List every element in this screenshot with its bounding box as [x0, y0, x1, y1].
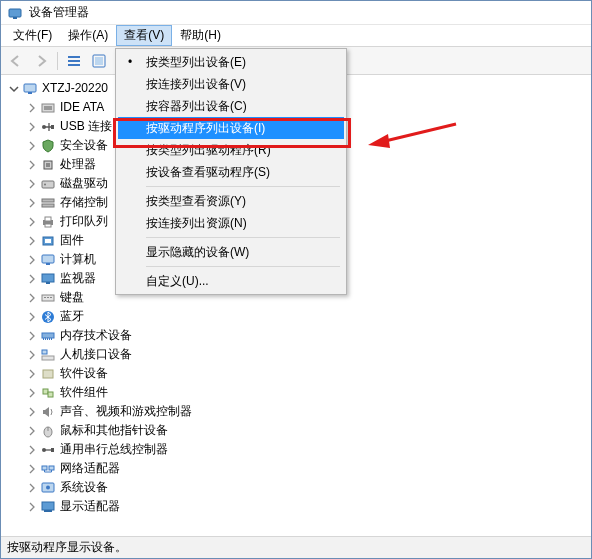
- expander-closed-icon[interactable]: [25, 443, 39, 457]
- expander-closed-icon[interactable]: [25, 272, 39, 286]
- expander-open-icon[interactable]: [7, 82, 21, 96]
- device-manager-window: 设备管理器 文件(F) 操作(A) 查看(V) 帮助(H) ?: [0, 0, 592, 559]
- menuitem-devices-by-connection[interactable]: 按连接列出设备(V): [118, 73, 344, 95]
- security-icon: [40, 138, 56, 154]
- tree-item[interactable]: 声音、视频和游戏控制器: [3, 402, 589, 421]
- expander-closed-icon[interactable]: [25, 348, 39, 362]
- menu-separator: [146, 266, 340, 267]
- menuitem-devices-by-driver[interactable]: 按驱动程序列出设备(I): [118, 117, 344, 139]
- svg-rect-12: [44, 106, 52, 110]
- tree-item-label: 磁盘驱动: [60, 174, 108, 193]
- svg-rect-38: [47, 338, 48, 340]
- tree-item-label: 网络适配器: [60, 459, 120, 478]
- tree-item[interactable]: 网络适配器: [3, 459, 589, 478]
- tree-item-label: IDE ATA: [60, 98, 104, 117]
- network-icon: [40, 461, 56, 477]
- tree-item[interactable]: 软件设备: [3, 364, 589, 383]
- tree-item[interactable]: 显示适配器: [3, 497, 589, 516]
- expander-closed-icon[interactable]: [25, 386, 39, 400]
- expander-closed-icon[interactable]: [25, 120, 39, 134]
- tree-item-label: 固件: [60, 231, 84, 250]
- svg-rect-9: [24, 84, 36, 92]
- menuitem-resources-by-type[interactable]: 按类型查看资源(Y): [118, 190, 344, 212]
- component-icon: [40, 385, 56, 401]
- tree-item[interactable]: 内存技术设备: [3, 326, 589, 345]
- menu-separator: [146, 237, 340, 238]
- firmware-icon: [40, 233, 56, 249]
- expander-closed-icon[interactable]: [25, 158, 39, 172]
- menuitem-show-hidden[interactable]: 显示隐藏的设备(W): [118, 241, 344, 263]
- menuitem-resources-by-connection[interactable]: 按连接列出资源(N): [118, 212, 344, 234]
- expander-closed-icon[interactable]: [25, 291, 39, 305]
- menu-file[interactable]: 文件(F): [5, 25, 60, 46]
- expander-closed-icon[interactable]: [25, 367, 39, 381]
- svg-rect-0: [9, 9, 21, 17]
- menu-help[interactable]: 帮助(H): [172, 25, 229, 46]
- svg-rect-27: [46, 263, 50, 265]
- menuitem-devices-by-container[interactable]: 按容器列出设备(C): [118, 95, 344, 117]
- menuitem-label: 按类型列出设备(E): [146, 54, 246, 71]
- menuitem-customize[interactable]: 自定义(U)...: [118, 270, 344, 292]
- expander-closed-icon[interactable]: [25, 405, 39, 419]
- svg-rect-49: [51, 448, 54, 452]
- svg-rect-22: [45, 217, 51, 221]
- menuitem-devices-by-type[interactable]: •按类型列出设备(E): [118, 51, 344, 73]
- svg-rect-41: [42, 350, 47, 354]
- expander-closed-icon[interactable]: [25, 310, 39, 324]
- refresh-button[interactable]: [88, 50, 110, 72]
- storage-ctrl-icon: [40, 195, 56, 211]
- computer-icon: [22, 81, 38, 97]
- display-icon: [40, 499, 56, 515]
- svg-rect-51: [49, 466, 54, 470]
- expander-closed-icon[interactable]: [25, 234, 39, 248]
- menu-action[interactable]: 操作(A): [60, 25, 116, 46]
- svg-rect-35: [42, 333, 54, 338]
- expander-closed-icon[interactable]: [25, 253, 39, 267]
- expander-closed-icon[interactable]: [25, 101, 39, 115]
- svg-rect-39: [49, 338, 50, 340]
- tree-item[interactable]: 蓝牙: [3, 307, 589, 326]
- tree-item[interactable]: 软件组件: [3, 383, 589, 402]
- svg-rect-36: [43, 338, 44, 340]
- menuitem-drivers-by-type[interactable]: 按类型列出驱动程序(R): [118, 139, 344, 161]
- nav-forward-button[interactable]: [30, 50, 52, 72]
- menuitem-label: 按容器列出设备(C): [146, 98, 247, 115]
- expander-closed-icon[interactable]: [25, 462, 39, 476]
- expander-closed-icon[interactable]: [25, 196, 39, 210]
- svg-rect-26: [42, 255, 54, 263]
- system-icon: [40, 480, 56, 496]
- view-dropdown: •按类型列出设备(E) 按连接列出设备(V) 按容器列出设备(C) 按驱动程序列…: [115, 48, 347, 295]
- expander-closed-icon[interactable]: [25, 329, 39, 343]
- detail-view-button[interactable]: [63, 50, 85, 72]
- menuitem-drivers-by-device[interactable]: 按设备查看驱动程序(S): [118, 161, 344, 183]
- expander-closed-icon[interactable]: [25, 177, 39, 191]
- tree-item-label: 声音、视频和游戏控制器: [60, 402, 192, 421]
- nav-back-button[interactable]: [5, 50, 27, 72]
- expander-closed-icon[interactable]: [25, 500, 39, 514]
- software-icon: [40, 366, 56, 382]
- printer-icon: [40, 214, 56, 230]
- tree-item[interactable]: 人机接口设备: [3, 345, 589, 364]
- tree-item[interactable]: 系统设备: [3, 478, 589, 497]
- menu-view[interactable]: 查看(V): [116, 25, 172, 46]
- tree-item-label: 键盘: [60, 288, 84, 307]
- menubar: 文件(F) 操作(A) 查看(V) 帮助(H): [1, 25, 591, 47]
- svg-rect-23: [45, 224, 51, 227]
- tree-item[interactable]: 鼠标和其他指针设备: [3, 421, 589, 440]
- bullet-icon: •: [128, 55, 132, 69]
- expander-closed-icon[interactable]: [25, 424, 39, 438]
- tree-item-label: 软件组件: [60, 383, 108, 402]
- svg-rect-10: [28, 92, 32, 94]
- menuitem-label: 按连接列出资源(N): [146, 215, 247, 232]
- usb-ctrl-icon: [40, 442, 56, 458]
- expander-closed-icon[interactable]: [25, 215, 39, 229]
- tree-item-label: 处理器: [60, 155, 96, 174]
- expander-closed-icon[interactable]: [25, 481, 39, 495]
- tree-item-label: 打印队列: [60, 212, 108, 231]
- menuitem-label: 按类型列出驱动程序(R): [146, 142, 271, 159]
- ide-icon: [40, 100, 56, 116]
- expander-closed-icon[interactable]: [25, 139, 39, 153]
- tree-item[interactable]: 通用串行总线控制器: [3, 440, 589, 459]
- svg-rect-40: [51, 338, 52, 340]
- statusbar: 按驱动程序显示设备。: [1, 536, 591, 558]
